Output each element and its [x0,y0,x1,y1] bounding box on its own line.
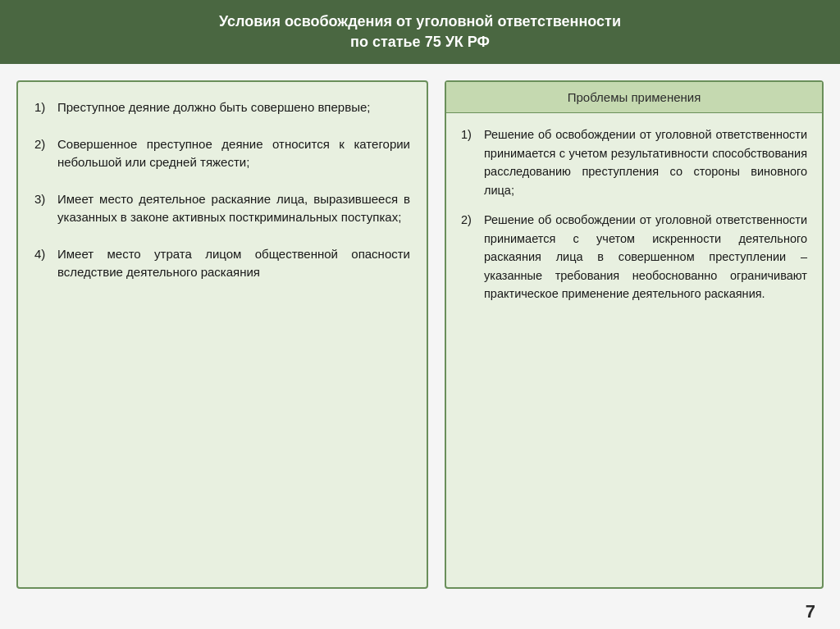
right-panel: Проблемы применения 1) Решение об освобо… [445,80,824,589]
right-panel-header: Проблемы применения [446,82,822,113]
page-number: 7 [806,601,815,622]
list-item-text-2: Совершенное преступное деяние относится … [57,135,410,172]
right-item-text-2: Решение об освобождении от уголовной отв… [484,211,807,303]
list-item-num-4: 4) [34,245,52,282]
list-item: 3) Имеет место деятельное раскаяние лица… [34,190,410,227]
right-item-num-1: 1) [461,125,479,199]
right-panel-body: 1) Решение об освобождении от уголовной … [446,113,822,587]
left-panel: 1) Преступное деяние должно быть соверше… [16,80,428,589]
slide-header: Условия освобождения от уголовной ответс… [0,0,840,64]
content-area: 1) Преступное деяние должно быть соверше… [0,64,840,597]
list-item: 1) Преступное деяние должно быть соверше… [34,98,410,117]
right-item-text-1: Решение об освобождении от уголовной отв… [484,125,807,199]
list-item-text-4: Имеет место утрата лицом общественной оп… [57,245,410,282]
list-item: 4) Имеет место утрата лицом общественной… [34,245,410,282]
list-item-text-1: Преступное деяние должно быть совершено … [57,98,410,117]
list-item-num-3: 3) [34,190,52,227]
list-item-text-3: Имеет место деятельное раскаяние лица, в… [57,190,410,227]
header-line1: Условия освобождения от уголовной ответс… [219,13,621,30]
list-item: 2) Совершенное преступное деяние относит… [34,135,410,172]
list-item-num-2: 2) [34,135,52,172]
header-line2: по статье 75 УК РФ [350,34,490,50]
right-item: 1) Решение об освобождении от уголовной … [461,125,807,199]
right-item: 2) Решение об освобождении от уголовной … [461,211,807,303]
slide-footer: 7 [0,597,840,629]
list-item-num-1: 1) [34,98,52,117]
slide-container: Условия освобождения от уголовной ответс… [0,0,840,629]
right-item-num-2: 2) [461,211,479,303]
